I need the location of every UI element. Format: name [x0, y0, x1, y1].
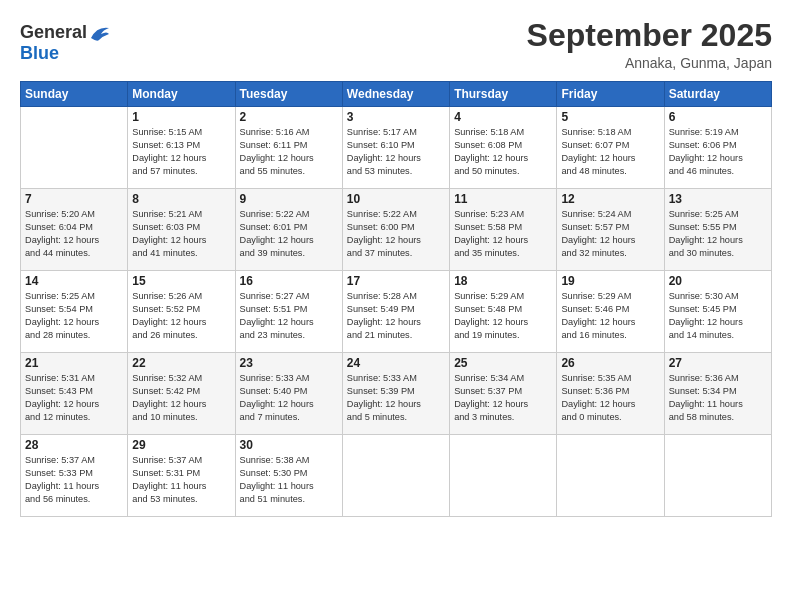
- day-cell: 1Sunrise: 5:15 AM Sunset: 6:13 PM Daylig…: [128, 107, 235, 189]
- logo: General Blue: [20, 22, 111, 64]
- day-info: Sunrise: 5:21 AM Sunset: 6:03 PM Dayligh…: [132, 208, 230, 260]
- day-cell: 12Sunrise: 5:24 AM Sunset: 5:57 PM Dayli…: [557, 189, 664, 271]
- day-info: Sunrise: 5:29 AM Sunset: 5:48 PM Dayligh…: [454, 290, 552, 342]
- day-cell: 19Sunrise: 5:29 AM Sunset: 5:46 PM Dayli…: [557, 271, 664, 353]
- day-cell: [450, 435, 557, 517]
- day-number: 30: [240, 438, 338, 452]
- day-info: Sunrise: 5:33 AM Sunset: 5:40 PM Dayligh…: [240, 372, 338, 424]
- day-info: Sunrise: 5:37 AM Sunset: 5:31 PM Dayligh…: [132, 454, 230, 506]
- day-info: Sunrise: 5:20 AM Sunset: 6:04 PM Dayligh…: [25, 208, 123, 260]
- day-cell: 8Sunrise: 5:21 AM Sunset: 6:03 PM Daylig…: [128, 189, 235, 271]
- day-info: Sunrise: 5:15 AM Sunset: 6:13 PM Dayligh…: [132, 126, 230, 178]
- logo-general-text: General: [20, 22, 87, 43]
- title-block: September 2025 Annaka, Gunma, Japan: [527, 18, 772, 71]
- day-number: 3: [347, 110, 445, 124]
- day-info: Sunrise: 5:30 AM Sunset: 5:45 PM Dayligh…: [669, 290, 767, 342]
- col-header-saturday: Saturday: [664, 82, 771, 107]
- day-info: Sunrise: 5:18 AM Sunset: 6:07 PM Dayligh…: [561, 126, 659, 178]
- day-info: Sunrise: 5:29 AM Sunset: 5:46 PM Dayligh…: [561, 290, 659, 342]
- col-header-tuesday: Tuesday: [235, 82, 342, 107]
- day-number: 1: [132, 110, 230, 124]
- day-cell: 30Sunrise: 5:38 AM Sunset: 5:30 PM Dayli…: [235, 435, 342, 517]
- day-number: 14: [25, 274, 123, 288]
- day-number: 29: [132, 438, 230, 452]
- header: General Blue September 2025 Annaka, Gunm…: [20, 18, 772, 71]
- day-info: Sunrise: 5:31 AM Sunset: 5:43 PM Dayligh…: [25, 372, 123, 424]
- col-header-sunday: Sunday: [21, 82, 128, 107]
- week-row-3: 14Sunrise: 5:25 AM Sunset: 5:54 PM Dayli…: [21, 271, 772, 353]
- day-number: 2: [240, 110, 338, 124]
- day-info: Sunrise: 5:18 AM Sunset: 6:08 PM Dayligh…: [454, 126, 552, 178]
- day-number: 22: [132, 356, 230, 370]
- day-cell: 9Sunrise: 5:22 AM Sunset: 6:01 PM Daylig…: [235, 189, 342, 271]
- col-header-wednesday: Wednesday: [342, 82, 449, 107]
- day-cell: 23Sunrise: 5:33 AM Sunset: 5:40 PM Dayli…: [235, 353, 342, 435]
- day-cell: 22Sunrise: 5:32 AM Sunset: 5:42 PM Dayli…: [128, 353, 235, 435]
- day-info: Sunrise: 5:38 AM Sunset: 5:30 PM Dayligh…: [240, 454, 338, 506]
- col-header-thursday: Thursday: [450, 82, 557, 107]
- day-number: 8: [132, 192, 230, 206]
- day-info: Sunrise: 5:23 AM Sunset: 5:58 PM Dayligh…: [454, 208, 552, 260]
- day-number: 15: [132, 274, 230, 288]
- day-number: 19: [561, 274, 659, 288]
- day-number: 9: [240, 192, 338, 206]
- day-number: 10: [347, 192, 445, 206]
- logo-bird-icon: [89, 24, 111, 42]
- week-row-1: 1Sunrise: 5:15 AM Sunset: 6:13 PM Daylig…: [21, 107, 772, 189]
- day-info: Sunrise: 5:19 AM Sunset: 6:06 PM Dayligh…: [669, 126, 767, 178]
- header-row: SundayMondayTuesdayWednesdayThursdayFrid…: [21, 82, 772, 107]
- day-number: 26: [561, 356, 659, 370]
- day-number: 16: [240, 274, 338, 288]
- day-number: 28: [25, 438, 123, 452]
- day-number: 13: [669, 192, 767, 206]
- day-number: 5: [561, 110, 659, 124]
- day-cell: 2Sunrise: 5:16 AM Sunset: 6:11 PM Daylig…: [235, 107, 342, 189]
- day-cell: [557, 435, 664, 517]
- day-cell: 15Sunrise: 5:26 AM Sunset: 5:52 PM Dayli…: [128, 271, 235, 353]
- day-cell: 10Sunrise: 5:22 AM Sunset: 6:00 PM Dayli…: [342, 189, 449, 271]
- day-info: Sunrise: 5:34 AM Sunset: 5:37 PM Dayligh…: [454, 372, 552, 424]
- day-info: Sunrise: 5:35 AM Sunset: 5:36 PM Dayligh…: [561, 372, 659, 424]
- day-number: 27: [669, 356, 767, 370]
- day-number: 21: [25, 356, 123, 370]
- calendar: SundayMondayTuesdayWednesdayThursdayFrid…: [20, 81, 772, 517]
- day-cell: 27Sunrise: 5:36 AM Sunset: 5:34 PM Dayli…: [664, 353, 771, 435]
- day-number: 24: [347, 356, 445, 370]
- day-number: 20: [669, 274, 767, 288]
- day-cell: 16Sunrise: 5:27 AM Sunset: 5:51 PM Dayli…: [235, 271, 342, 353]
- col-header-monday: Monday: [128, 82, 235, 107]
- day-info: Sunrise: 5:37 AM Sunset: 5:33 PM Dayligh…: [25, 454, 123, 506]
- day-cell: 13Sunrise: 5:25 AM Sunset: 5:55 PM Dayli…: [664, 189, 771, 271]
- day-cell: 18Sunrise: 5:29 AM Sunset: 5:48 PM Dayli…: [450, 271, 557, 353]
- day-number: 7: [25, 192, 123, 206]
- day-cell: 20Sunrise: 5:30 AM Sunset: 5:45 PM Dayli…: [664, 271, 771, 353]
- day-number: 11: [454, 192, 552, 206]
- day-cell: 14Sunrise: 5:25 AM Sunset: 5:54 PM Dayli…: [21, 271, 128, 353]
- location: Annaka, Gunma, Japan: [527, 55, 772, 71]
- day-info: Sunrise: 5:24 AM Sunset: 5:57 PM Dayligh…: [561, 208, 659, 260]
- day-cell: 11Sunrise: 5:23 AM Sunset: 5:58 PM Dayli…: [450, 189, 557, 271]
- day-info: Sunrise: 5:17 AM Sunset: 6:10 PM Dayligh…: [347, 126, 445, 178]
- day-cell: 25Sunrise: 5:34 AM Sunset: 5:37 PM Dayli…: [450, 353, 557, 435]
- day-cell: 28Sunrise: 5:37 AM Sunset: 5:33 PM Dayli…: [21, 435, 128, 517]
- day-cell: [21, 107, 128, 189]
- day-cell: 6Sunrise: 5:19 AM Sunset: 6:06 PM Daylig…: [664, 107, 771, 189]
- day-number: 25: [454, 356, 552, 370]
- day-number: 23: [240, 356, 338, 370]
- day-number: 12: [561, 192, 659, 206]
- day-cell: 4Sunrise: 5:18 AM Sunset: 6:08 PM Daylig…: [450, 107, 557, 189]
- page: General Blue September 2025 Annaka, Gunm…: [0, 0, 792, 612]
- logo-blue-text: Blue: [20, 43, 59, 64]
- day-cell: 21Sunrise: 5:31 AM Sunset: 5:43 PM Dayli…: [21, 353, 128, 435]
- week-row-5: 28Sunrise: 5:37 AM Sunset: 5:33 PM Dayli…: [21, 435, 772, 517]
- day-cell: 26Sunrise: 5:35 AM Sunset: 5:36 PM Dayli…: [557, 353, 664, 435]
- day-cell: 29Sunrise: 5:37 AM Sunset: 5:31 PM Dayli…: [128, 435, 235, 517]
- day-cell: 24Sunrise: 5:33 AM Sunset: 5:39 PM Dayli…: [342, 353, 449, 435]
- week-row-4: 21Sunrise: 5:31 AM Sunset: 5:43 PM Dayli…: [21, 353, 772, 435]
- day-info: Sunrise: 5:32 AM Sunset: 5:42 PM Dayligh…: [132, 372, 230, 424]
- day-cell: [664, 435, 771, 517]
- day-info: Sunrise: 5:25 AM Sunset: 5:55 PM Dayligh…: [669, 208, 767, 260]
- day-cell: 5Sunrise: 5:18 AM Sunset: 6:07 PM Daylig…: [557, 107, 664, 189]
- day-cell: 17Sunrise: 5:28 AM Sunset: 5:49 PM Dayli…: [342, 271, 449, 353]
- day-info: Sunrise: 5:22 AM Sunset: 6:00 PM Dayligh…: [347, 208, 445, 260]
